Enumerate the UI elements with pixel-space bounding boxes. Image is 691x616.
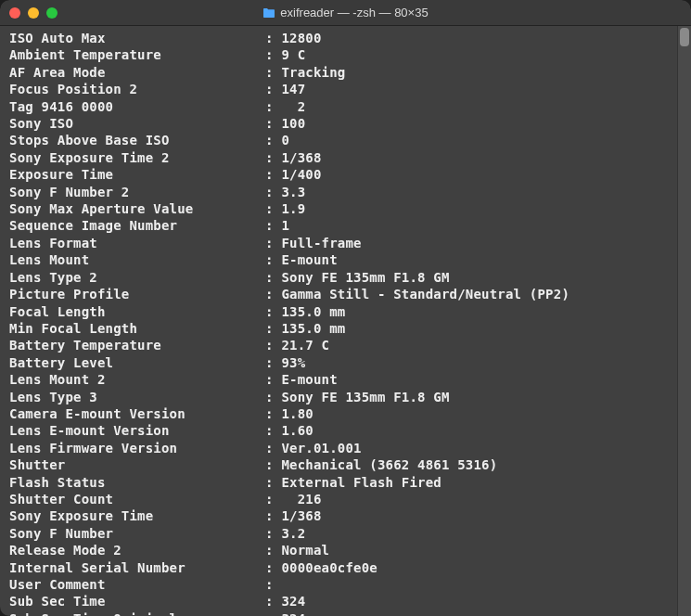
window-titlebar: exifreader — -zsh — 80×35 [0, 0, 691, 26]
exif-row: Tag 9416 0000 : 2 [9, 98, 684, 115]
exif-row: Stops Above Base ISO : 0 [9, 132, 684, 148]
exif-row: Shutter Count : 216 [9, 491, 684, 507]
exif-row: Picture Profile : Gamma Still - Standard… [9, 286, 684, 302]
exif-row: Camera E-mount Version : 1.80 [9, 405, 684, 422]
exif-row: Shutter : Mechanical (3662 4861 5316) [9, 456, 684, 473]
folder-icon [262, 7, 275, 19]
exif-row: Sony Exposure Time 2 : 1/368 [9, 149, 684, 166]
exif-row: Battery Level : 93% [9, 354, 684, 371]
exif-row: Sony F Number 2 : 3.3 [9, 184, 684, 200]
exif-row: Release Mode 2 : Normal [9, 542, 684, 558]
exif-row: Lens Firmware Version : Ver.01.001 [9, 440, 684, 456]
scrollbar-thumb[interactable] [680, 28, 689, 46]
exif-row: Sub Sec Time Original : 324 [9, 610, 684, 616]
exif-row: Lens Type 2 : Sony FE 135mm F1.8 GM [9, 269, 684, 286]
exif-row: Flash Status : External Flash Fired [9, 474, 684, 491]
exif-row: Min Focal Length : 135.0 mm [9, 320, 684, 337]
window-title-wrap: exifreader — -zsh — 80×35 [0, 6, 691, 19]
exif-row: AF Area Mode : Tracking [9, 64, 684, 81]
terminal-output[interactable]: ISO Auto Max : 12800Ambient Temperature … [0, 26, 691, 616]
exif-row: Lens Mount 2 : E-mount [9, 371, 684, 388]
exif-row: Sub Sec Time : 324 [9, 593, 684, 610]
scrollbar-track[interactable] [677, 26, 691, 616]
exif-row: Ambient Temperature : 9 C [9, 46, 684, 63]
exif-row: Sony ISO : 100 [9, 115, 684, 132]
window-title: exifreader — -zsh — 80×35 [280, 6, 428, 19]
exif-row: Sony F Number : 3.2 [9, 525, 684, 542]
exif-row: Sony Exposure Time : 1/368 [9, 507, 684, 524]
close-window-button[interactable] [9, 7, 20, 19]
exif-row: Lens Type 3 : Sony FE 135mm F1.8 GM [9, 389, 684, 405]
exif-row: Sony Max Aperture Value : 1.9 [9, 200, 684, 217]
exif-row: User Comment : [9, 576, 684, 593]
exif-row: Battery Temperature : 21.7 C [9, 337, 684, 353]
exif-row: Lens Format : Full-frame [9, 235, 684, 251]
exif-row: Internal Serial Number : 0000ea0cfe0e [9, 559, 684, 576]
exif-row: Focal Length : 135.0 mm [9, 303, 684, 320]
traffic-lights [9, 7, 58, 19]
exif-row: ISO Auto Max : 12800 [9, 30, 684, 46]
exif-row: Sequence Image Number : 1 [9, 217, 684, 234]
exif-row: Focus Position 2 : 147 [9, 81, 684, 97]
zoom-window-button[interactable] [46, 7, 58, 19]
exif-row: Lens Mount : E-mount [9, 251, 684, 268]
minimize-window-button[interactable] [28, 7, 39, 19]
exif-row: Exposure Time : 1/400 [9, 166, 684, 183]
exif-row: Lens E-mount Version : 1.60 [9, 422, 684, 439]
